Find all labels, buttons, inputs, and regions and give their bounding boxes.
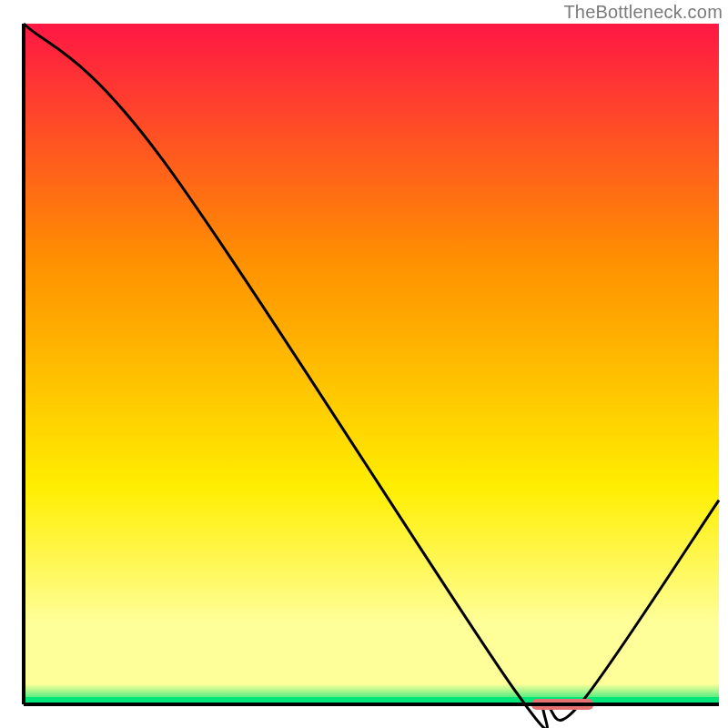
bottleneck-chart: [0, 0, 728, 728]
plot-area: [24, 24, 719, 704]
watermark-text: TheBottleneck.com: [563, 2, 723, 23]
chart-container: TheBottleneck.com: [0, 0, 728, 728]
gradient-background: [24, 24, 719, 704]
